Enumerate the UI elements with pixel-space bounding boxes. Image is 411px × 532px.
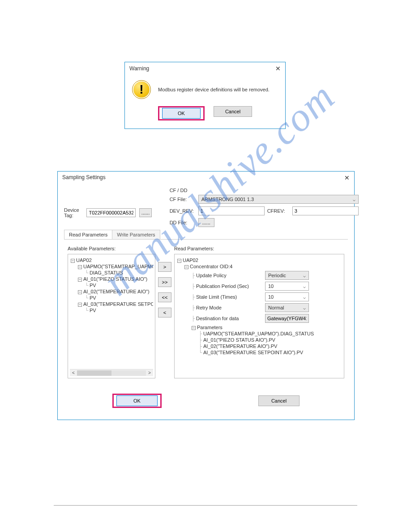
collapse-icon[interactable]: − bbox=[78, 265, 82, 269]
collapse-icon[interactable]: − bbox=[78, 303, 82, 307]
dd-file-browse-button[interactable]: ...... bbox=[198, 218, 214, 227]
device-tag-input[interactable] bbox=[86, 208, 136, 217]
device-tag-label: Device Tag: bbox=[64, 207, 83, 218]
tree-leaf-diag-status[interactable]: DIAG_STATUS bbox=[90, 270, 123, 275]
sampling-dialog: Sampling Settings ✕ Device Tag: ...... C… bbox=[57, 171, 355, 420]
tree-root[interactable]: UAP02 bbox=[183, 257, 198, 263]
available-parameters-label: Available Parameters: bbox=[68, 246, 155, 251]
close-icon[interactable]: ✕ bbox=[275, 65, 281, 72]
cf-file-select[interactable]: ARMSTRONG 0001 1.3 bbox=[198, 195, 359, 204]
ok-button[interactable]: OK bbox=[116, 395, 158, 406]
tree-node-ai02[interactable]: AI_02("TEMPERATURE AIO") bbox=[83, 289, 150, 294]
highlight-ok: OK bbox=[158, 106, 205, 120]
parameter-item[interactable]: AI_02("TEMPERATURE AIO").PV bbox=[203, 343, 277, 349]
close-icon[interactable]: ✕ bbox=[344, 174, 350, 181]
collapse-icon[interactable]: − bbox=[192, 326, 196, 330]
publication-period-label: Publication Period (Sec) bbox=[196, 283, 265, 289]
cfdd-group-label: CF / DD bbox=[170, 188, 359, 193]
cfrev-label: CFREV: bbox=[267, 208, 290, 214]
horizontal-scrollbar[interactable]: < > bbox=[70, 369, 153, 376]
tabs: Read Parameters Write Parameters bbox=[64, 230, 348, 240]
read-parameters-label: Read Parameters: bbox=[174, 246, 344, 251]
dev-rev-input[interactable] bbox=[198, 206, 265, 215]
read-parameters-tree[interactable]: −UAP02 −Concentrator OID:4 ├Update Polic… bbox=[174, 254, 344, 378]
tab-read-parameters[interactable]: Read Parameters bbox=[64, 230, 112, 239]
warning-dialog: Warning ✕ ! Modbus register device defin… bbox=[124, 62, 286, 129]
stale-limit-label: Stale Limit (Times) bbox=[196, 294, 265, 300]
sampling-title: Sampling Settings bbox=[62, 174, 106, 181]
cancel-button[interactable]: Cancel bbox=[258, 395, 300, 406]
destination-field bbox=[265, 314, 309, 323]
cancel-button[interactable]: Cancel bbox=[214, 106, 252, 117]
dev-rev-label: DEV_REV: bbox=[170, 208, 196, 214]
available-parameters-tree[interactable]: −UAP02 −UAPMO("STEAMTRAP_UAPMO") └DIAG_S… bbox=[68, 254, 155, 378]
parameters-node[interactable]: Parameters bbox=[197, 325, 223, 330]
highlight-ok: OK bbox=[112, 394, 162, 408]
stale-limit-input[interactable]: 10 bbox=[265, 292, 309, 301]
publication-period-input[interactable]: 10 bbox=[265, 282, 309, 291]
parameter-item[interactable]: AI_03("TEMPERATURE SETPOINT AIO").PV bbox=[203, 350, 303, 355]
tree-root[interactable]: UAP02 bbox=[76, 257, 92, 263]
tree-node-ai01[interactable]: AI_01("PIEZO STATUS AIO") bbox=[83, 276, 147, 282]
destination-label: Destination for data bbox=[196, 316, 265, 321]
tree-node-concentrator[interactable]: Concentrator OID:4 bbox=[190, 264, 232, 269]
dd-file-label: DD File: bbox=[170, 220, 196, 225]
parameter-item[interactable]: UAPMO("STEAMTRAP_UAPMO").DIAG_STATUS bbox=[203, 331, 314, 336]
collapse-icon[interactable]: − bbox=[71, 259, 75, 263]
device-tag-browse-button[interactable]: ...... bbox=[139, 208, 151, 217]
ok-button[interactable]: OK bbox=[162, 108, 201, 119]
tree-node-uapmo[interactable]: UAPMO("STEAMTRAP_UAPMO") bbox=[83, 264, 153, 269]
move-right-button[interactable]: > bbox=[158, 262, 171, 272]
tree-leaf-pv[interactable]: PV bbox=[90, 308, 96, 313]
tree-leaf-pv[interactable]: PV bbox=[90, 283, 96, 288]
tab-write-parameters[interactable]: Write Parameters bbox=[112, 230, 160, 239]
collapse-icon[interactable]: − bbox=[78, 290, 82, 294]
scroll-right-icon[interactable]: > bbox=[146, 370, 153, 375]
warning-title: Warning bbox=[129, 65, 149, 72]
page-divider bbox=[54, 505, 357, 506]
cfrev-input[interactable] bbox=[292, 206, 359, 215]
move-all-left-button[interactable]: << bbox=[158, 292, 171, 302]
tree-leaf-pv[interactable]: PV bbox=[90, 295, 96, 300]
scroll-left-icon[interactable]: < bbox=[70, 370, 77, 375]
update-policy-label: Update Policy bbox=[196, 273, 265, 278]
parameter-item[interactable]: AI_01("PIEZO STATUS AIO").PV bbox=[203, 337, 275, 343]
retry-mode-label: Retry Mode bbox=[196, 305, 265, 310]
warning-icon: ! bbox=[132, 80, 151, 99]
warning-titlebar: Warning ✕ bbox=[125, 62, 285, 75]
update-policy-select[interactable]: Periodic bbox=[265, 271, 309, 280]
cf-file-label: CF File: bbox=[170, 197, 196, 202]
move-left-button[interactable]: < bbox=[158, 308, 171, 317]
retry-mode-select[interactable]: Normal bbox=[265, 303, 309, 312]
tree-node-ai03[interactable]: AI_03("TEMPERATURE SETPOINT AIO bbox=[83, 301, 153, 307]
collapse-icon[interactable]: − bbox=[184, 265, 188, 269]
collapse-icon[interactable]: − bbox=[177, 259, 181, 263]
sampling-titlebar: Sampling Settings ✕ bbox=[58, 172, 354, 184]
collapse-icon[interactable]: − bbox=[78, 278, 82, 282]
move-all-right-button[interactable]: >> bbox=[158, 277, 171, 287]
warning-message: Modbus register device definitions will … bbox=[158, 87, 270, 92]
